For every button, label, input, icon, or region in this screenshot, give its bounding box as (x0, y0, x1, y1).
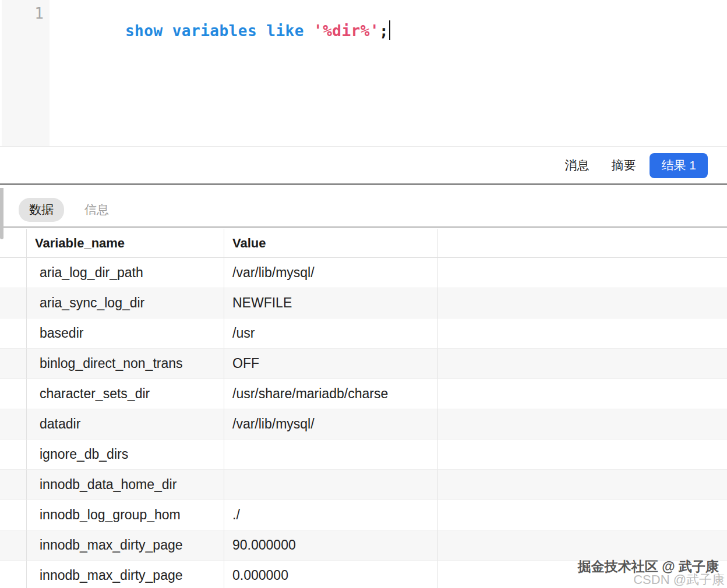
row-gutter-cell[interactable] (0, 379, 27, 409)
sql-editor[interactable]: 1 show variables like '%dir%'; (0, 0, 727, 147)
row-gutter-cell[interactable] (0, 561, 27, 588)
row-gutter-cell[interactable] (0, 288, 27, 318)
table-row[interactable]: aria_sync_log_dirNEWFILE (0, 288, 727, 318)
tab-info[interactable]: 信息 (84, 201, 109, 218)
cell-value[interactable]: /usr (224, 318, 438, 349)
cell-filler (438, 318, 727, 349)
table-row[interactable]: ignore_db_dirs (0, 440, 727, 470)
cell-value[interactable]: /usr/share/mariadb/charse (224, 379, 438, 409)
table-header-row: Variable_name Value (0, 229, 727, 258)
row-gutter-cell[interactable] (0, 409, 27, 440)
text-cursor (389, 20, 390, 40)
cell-filler (438, 500, 727, 530)
tab-result-1[interactable]: 结果 1 (650, 153, 708, 178)
tab-summary[interactable]: 摘要 (611, 157, 636, 173)
column-header-variable-name[interactable]: Variable_name (27, 229, 224, 258)
cell-value[interactable]: 90.000000 (224, 530, 438, 561)
cell-value[interactable] (224, 470, 438, 500)
cell-variable-name[interactable]: binlog_direct_non_trans (27, 349, 224, 379)
cell-filler (438, 409, 727, 440)
cell-filler (438, 258, 727, 288)
sql-code-line[interactable]: show variables like '%dir%'; (69, 4, 390, 59)
row-gutter-cell[interactable] (0, 258, 27, 288)
sql-client-window: 1 show variables like '%dir%'; 消息 摘要 结果 … (0, 0, 727, 588)
table-row[interactable]: character_sets_dir/usr/share/mariadb/cha… (0, 379, 727, 409)
table-body: aria_log_dir_path/var/lib/mysql/aria_syn… (0, 258, 727, 588)
cell-filler (438, 530, 727, 561)
cell-value[interactable]: NEWFILE (224, 288, 438, 318)
cell-variable-name[interactable]: datadir (27, 409, 224, 440)
cell-variable-name[interactable]: basedir (27, 318, 224, 349)
cell-filler (438, 440, 727, 470)
row-gutter-cell[interactable] (0, 470, 27, 500)
cell-variable-name[interactable]: aria_sync_log_dir (27, 288, 224, 318)
header-gutter-cell (0, 229, 27, 258)
cell-value[interactable]: OFF (224, 349, 438, 379)
watermark-csdn: CSDN @武子康 (633, 571, 725, 588)
table-row[interactable]: innodb_log_group_hom./ (0, 500, 727, 530)
row-gutter-cell[interactable] (0, 500, 27, 530)
cell-value[interactable] (224, 440, 438, 470)
cell-value[interactable]: /var/lib/mysql/ (224, 258, 438, 288)
table-row[interactable]: innodb_data_home_dir (0, 470, 727, 500)
column-header-value[interactable]: Value (224, 229, 438, 258)
cell-value[interactable]: 0.000000 (224, 561, 438, 588)
cell-variable-name[interactable]: character_sets_dir (27, 379, 224, 409)
sql-code-tokens: show variables like '%dir%'; (125, 22, 389, 40)
cell-filler (438, 470, 727, 500)
cell-value[interactable]: ./ (224, 500, 438, 530)
view-tabbar: 数据 信息 (0, 187, 727, 228)
row-gutter-cell[interactable] (0, 318, 27, 349)
line-number: 1 (0, 5, 44, 22)
cell-variable-name[interactable]: ignore_db_dirs (27, 440, 224, 470)
tab-messages[interactable]: 消息 (564, 157, 589, 173)
cell-variable-name[interactable]: aria_log_dir_path (27, 258, 224, 288)
cell-filler (438, 379, 727, 409)
cell-variable-name[interactable]: innodb_data_home_dir (27, 470, 224, 500)
table-row[interactable]: datadir/var/lib/mysql/ (0, 409, 727, 440)
row-gutter-cell[interactable] (0, 349, 27, 379)
results-table: Variable_name Value aria_log_dir_path/va… (0, 229, 727, 588)
table-row[interactable]: aria_log_dir_path/var/lib/mysql/ (0, 258, 727, 288)
cell-variable-name[interactable]: innodb_log_group_hom (27, 500, 224, 530)
code-token-string: '%dir%' (313, 22, 379, 40)
table-row[interactable]: basedir/usr (0, 318, 727, 349)
header-filler-cell (438, 229, 727, 258)
cell-value[interactable]: /var/lib/mysql/ (224, 409, 438, 440)
table-row[interactable]: binlog_direct_non_transOFF (0, 349, 727, 379)
table-row[interactable]: innodb_max_dirty_page90.000000 (0, 530, 727, 561)
cell-filler (438, 288, 727, 318)
vertical-scrollbar-thumb[interactable] (0, 188, 3, 239)
row-gutter-cell[interactable] (0, 440, 27, 470)
row-gutter-cell[interactable] (0, 530, 27, 561)
cell-variable-name[interactable]: innodb_max_dirty_page (27, 530, 224, 561)
code-token-keyword: show variables like (125, 22, 313, 40)
tab-data[interactable]: 数据 (19, 198, 64, 222)
result-tabbar: 消息 摘要 结果 1 (0, 147, 727, 185)
cell-filler (438, 349, 727, 379)
cell-variable-name[interactable]: innodb_max_dirty_page (27, 561, 224, 588)
code-token-plain: ; (379, 22, 389, 40)
